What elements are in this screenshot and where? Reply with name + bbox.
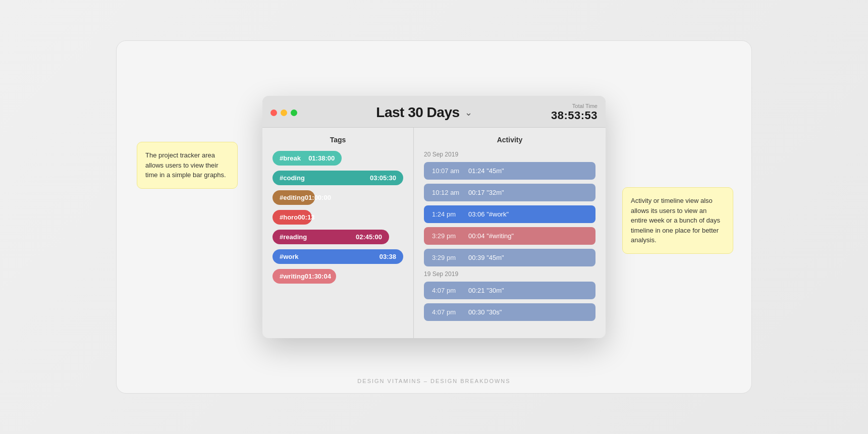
activity-detail: 00:17 "32m" <box>468 189 504 196</box>
tag-time: 01:38:00 <box>308 154 335 162</box>
activity-time: 3:29 pm <box>432 232 462 240</box>
minimize-button[interactable] <box>281 110 287 116</box>
header-right: Total Time 38:53:53 <box>551 103 598 122</box>
activity-bar[interactable]: 3:29 pm00:39 "45m" <box>424 249 595 266</box>
tooltip-left: The project tracker area allows users to… <box>137 142 238 189</box>
tag-bar[interactable]: #horo00:13 <box>273 210 312 225</box>
tag-bar[interactable]: #reading02:45:00 <box>273 230 389 244</box>
tag-time: 03:38 <box>379 253 396 260</box>
tag-name: #coding <box>280 174 305 182</box>
tooltip-right-text: Activity or timeline view also allows it… <box>631 197 720 244</box>
mac-window: Last 30 Days ⌄ Total Time 38:53:53 Tags … <box>262 96 606 338</box>
window-title: Last 30 Days <box>376 104 459 121</box>
date-label: 20 Sep 2019 <box>424 151 595 158</box>
fullscreen-button[interactable] <box>291 110 297 116</box>
tag-name: #editing <box>280 194 305 201</box>
tag-time: 00:13 <box>298 213 314 221</box>
footer-text: DESIGN VITAMINS – DESIGN BREAKDOWNS <box>357 378 510 384</box>
tag-time: 02:45:00 <box>356 233 382 241</box>
activity-time: 10:12 am <box>432 189 462 196</box>
tag-name: #horo <box>280 213 298 221</box>
activity-bar[interactable]: 4:07 pm00:21 "30m" <box>424 282 595 299</box>
tag-name: #work <box>280 253 299 260</box>
activity-header: Activity <box>424 136 595 144</box>
content-area: Tags #break01:38:00#coding03:05:30#editi… <box>262 128 606 338</box>
tag-bar[interactable]: #coding03:05:30 <box>273 171 403 185</box>
close-button[interactable] <box>270 110 277 116</box>
activity-bar[interactable]: 10:07 am01:24 "45m" <box>424 162 595 180</box>
header-left: Last 30 Days ⌄ <box>376 104 472 121</box>
activity-detail: 00:04 "#writing" <box>468 232 514 240</box>
date-label: 19 Sep 2019 <box>424 270 595 278</box>
tag-name: #writing <box>280 273 305 280</box>
total-time-value: 38:53:53 <box>551 109 598 122</box>
activity-bar[interactable]: 4:07 pm00:30 "30s" <box>424 303 595 321</box>
activity-time: 4:07 pm <box>432 287 462 294</box>
activity-detail: 00:39 "45m" <box>468 254 504 261</box>
activity-bar[interactable]: 1:24 pm03:06 "#work" <box>424 205 595 223</box>
activity-time: 1:24 pm <box>432 210 462 218</box>
activity-detail: 00:30 "30s" <box>468 308 502 316</box>
tag-name: #break <box>280 154 301 162</box>
activity-time: 3:29 pm <box>432 254 462 261</box>
tag-time: 03:05:30 <box>370 174 396 182</box>
tag-time: 01:30:04 <box>305 273 331 280</box>
tag-bar[interactable]: #break01:38:00 <box>273 151 342 166</box>
tag-bar[interactable]: #editing01:00:00 <box>273 190 315 205</box>
chevron-down-icon[interactable]: ⌄ <box>465 107 472 118</box>
activity-detail: 00:21 "30m" <box>468 287 504 294</box>
activity-detail: 01:24 "45m" <box>468 167 504 175</box>
tooltip-left-text: The project tracker area allows users to… <box>145 151 226 179</box>
traffic-lights <box>270 110 297 116</box>
tooltip-right: Activity or timeline view also allows it… <box>622 187 733 254</box>
tags-column: Tags #break01:38:00#coding03:05:30#editi… <box>262 128 414 338</box>
tag-bar[interactable]: #writing01:30:04 <box>273 269 336 284</box>
tag-bar[interactable]: #work03:38 <box>273 249 403 264</box>
activity-column: Activity 20 Sep 201910:07 am01:24 "45m"1… <box>414 128 606 338</box>
tags-list: #break01:38:00#coding03:05:30#editing01:… <box>273 151 403 284</box>
activity-time: 10:07 am <box>432 167 462 175</box>
total-time-label: Total Time <box>551 103 598 109</box>
activity-bar[interactable]: 10:12 am00:17 "32m" <box>424 184 595 201</box>
outer-card: The project tracker area allows users to… <box>116 40 752 394</box>
activity-bar[interactable]: 3:29 pm00:04 "#writing" <box>424 227 595 245</box>
title-bar: Last 30 Days ⌄ Total Time 38:53:53 <box>262 96 606 128</box>
activity-detail: 03:06 "#work" <box>468 210 509 218</box>
activity-list: 20 Sep 201910:07 am01:24 "45m"10:12 am00… <box>424 151 595 321</box>
tag-name: #reading <box>280 233 307 241</box>
activity-time: 4:07 pm <box>432 308 462 316</box>
tag-time: 01:00:00 <box>305 194 331 201</box>
tags-header: Tags <box>273 136 403 144</box>
